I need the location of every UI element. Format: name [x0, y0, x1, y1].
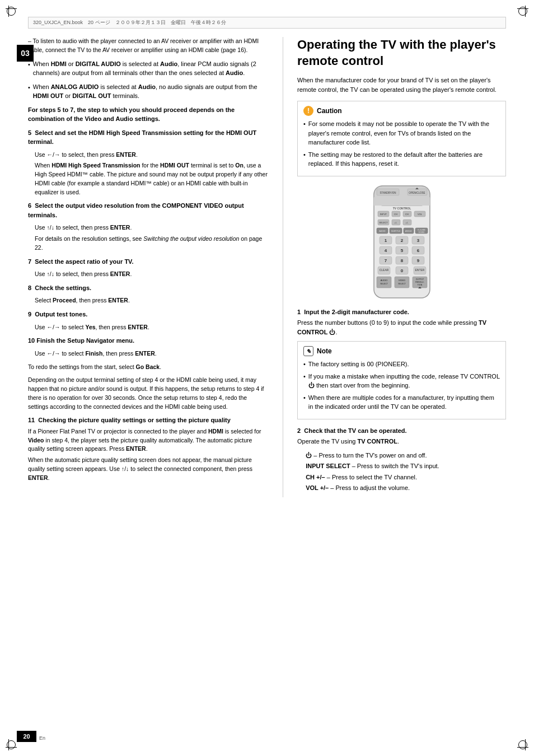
remote-control-image: STANDBY/ON OPEN/CLOSE TV CONTROL INPUT C…	[297, 183, 506, 301]
right-title: Operating the TV with the player's remot…	[297, 37, 506, 69]
note-item-1: • The factory setting is 00 (PIONEER).	[303, 360, 500, 369]
svg-text:OUTPUT: OUTPUT	[415, 278, 424, 281]
svg-text:4: 4	[384, 248, 387, 253]
svg-text:0: 0	[400, 268, 403, 273]
caution-label: Caution	[317, 107, 342, 115]
step-8: 8 Check the settings. Select Proceed, th…	[28, 283, 269, 305]
svg-text:8: 8	[400, 258, 403, 263]
caution-item-2: • The setting may be restored to the def…	[303, 150, 500, 169]
note-box: ✎ Note • The factory setting is 00 (PION…	[297, 341, 506, 419]
note-icon: ✎	[303, 346, 313, 356]
svg-text:+/-: +/-	[394, 221, 397, 224]
svg-text:1: 1	[384, 238, 387, 243]
right-column: Operating the TV with the player's remot…	[297, 37, 506, 497]
svg-text:SUBTITLE: SUBTITLE	[391, 230, 400, 232]
dash-item-power: ⏻ – Press to turn the TV's power on and …	[297, 451, 506, 460]
svg-text:9: 9	[416, 258, 419, 263]
note-item-2: • If you make a mistake when inputting t…	[303, 372, 500, 390]
step-11-body2: When the automatic picture quality setti…	[28, 456, 269, 482]
svg-text:VIDEO: VIDEO	[398, 279, 405, 282]
page-container: 320_UXJCA_EN.book 20 ページ ２００９年２月１３日 金曜日 …	[0, 0, 534, 756]
bold-para: For steps 5 to 7, the step to which you …	[28, 105, 269, 124]
step-11-body1: If a Pioneer Flat Panel TV or projector …	[28, 427, 269, 454]
go-back-text: To redo the settings from the start, sel…	[28, 363, 269, 372]
svg-text:6: 6	[416, 248, 419, 253]
step-6: 6 Select the output video resolution fro…	[28, 201, 269, 252]
svg-text:OPEN/CLOSE: OPEN/CLOSE	[409, 192, 425, 194]
svg-text:AUDIO: AUDIO	[379, 230, 385, 232]
svg-rect-59	[395, 277, 409, 288]
step-9: 9 Output test tones. Use ←/→ to select Y…	[28, 310, 269, 332]
svg-text:CH: CH	[394, 213, 397, 216]
circle-mark-bl	[7, 740, 16, 749]
right-step-2: 2 Check that the TV can be operated. Ope…	[297, 426, 506, 493]
svg-text:STANDBY/ON: STANDBY/ON	[380, 192, 396, 194]
svg-text:+/-: +/-	[405, 221, 408, 224]
svg-text:RESOLU-: RESOLU-	[415, 281, 424, 283]
svg-rect-56	[377, 277, 391, 288]
svg-text:2: 2	[400, 238, 403, 243]
svg-text:VOL: VOL	[417, 213, 422, 216]
svg-text:CH: CH	[405, 213, 409, 216]
bullet-hdmi-digital: • When HDMI or DIGITAL AUDIO is selected…	[28, 59, 269, 78]
svg-text:TV CONTROL: TV CONTROL	[392, 207, 411, 210]
step-11-header: 11 Checking the picture quality settings…	[28, 416, 269, 425]
dash-item-ch: CH +/– – Press to select the TV channel.	[297, 473, 506, 482]
intro-dash-bullet: – To listen to audio with the player con…	[28, 37, 269, 55]
circle-mark-tl	[7, 7, 16, 16]
step-5: 5 Select and set the HDMI High Speed Tra…	[28, 128, 269, 197]
file-info-bar: 320_UXJCA_EN.book 20 ページ ２００９年２月１３日 金曜日 …	[28, 17, 506, 29]
step-7: 7 Select the aspect ratio of your TV. Us…	[28, 257, 269, 279]
caution-icon: !	[303, 106, 313, 116]
svg-text:SELECT: SELECT	[380, 283, 388, 285]
page-number: 20	[17, 731, 36, 742]
svg-text:3: 3	[416, 238, 419, 243]
step-10: 10 Finish the Setup Navigator menu. Use …	[28, 336, 269, 358]
caution-box: ! Caution • For some models it may not b…	[297, 101, 506, 176]
page-en: En	[39, 735, 45, 741]
remote-svg: STANDBY/ON OPEN/CLOSE TV CONTROL INPUT C…	[366, 183, 438, 301]
note-label: Note	[317, 347, 332, 355]
svg-text:CLEAR: CLEAR	[379, 268, 388, 272]
right-step-1: 1 Input the 2-digit manufacturer code. P…	[297, 307, 506, 337]
svg-text:SELECT: SELECT	[379, 221, 388, 224]
bullet-analog-audio: • When ANALOG AUDIO is selected at Audio…	[28, 82, 269, 101]
svg-rect-2	[374, 197, 430, 206]
chapter-badge: 03	[17, 45, 34, 62]
file-info-text: 320_UXJCA_EN.book 20 ページ ２００９年２月１３日 金曜日 …	[33, 20, 226, 25]
svg-text:INPUT: INPUT	[380, 213, 387, 216]
note-item-3: • When there are multiple codes for a ma…	[303, 393, 500, 412]
svg-text:ANGLE: ANGLE	[405, 230, 413, 232]
svg-text:5: 5	[400, 248, 403, 253]
dash-item-vol: VOL +/– – Press to adjust the volume.	[297, 483, 506, 493]
circle-mark-br	[518, 740, 527, 749]
content-wrapper: – To listen to audio with the player con…	[28, 37, 506, 497]
svg-text:ENTER: ENTER	[415, 268, 424, 272]
dash-item-input: INPUT SELECT – Press to switch the TV's …	[297, 461, 506, 471]
left-column: – To listen to audio with the player con…	[28, 37, 269, 497]
note-title: ✎ Note	[303, 346, 500, 356]
svg-text:SOUND: SOUND	[418, 231, 425, 234]
warning-para: Depending on the output terminal setting…	[28, 376, 269, 411]
step-11: 11 Checking the picture quality settings…	[28, 416, 269, 482]
circle-mark-tr	[518, 7, 527, 16]
caution-item-1: • For some models it may not be possible…	[303, 119, 500, 147]
column-divider	[283, 37, 283, 497]
caution-title: ! Caution	[303, 106, 500, 116]
svg-text:TION: TION	[417, 284, 422, 286]
svg-text:SELECT: SELECT	[398, 283, 406, 285]
svg-text:7: 7	[384, 258, 387, 263]
svg-text:AUDIO: AUDIO	[380, 279, 387, 282]
right-intro: When the manufacturer code for your bran…	[297, 76, 506, 94]
